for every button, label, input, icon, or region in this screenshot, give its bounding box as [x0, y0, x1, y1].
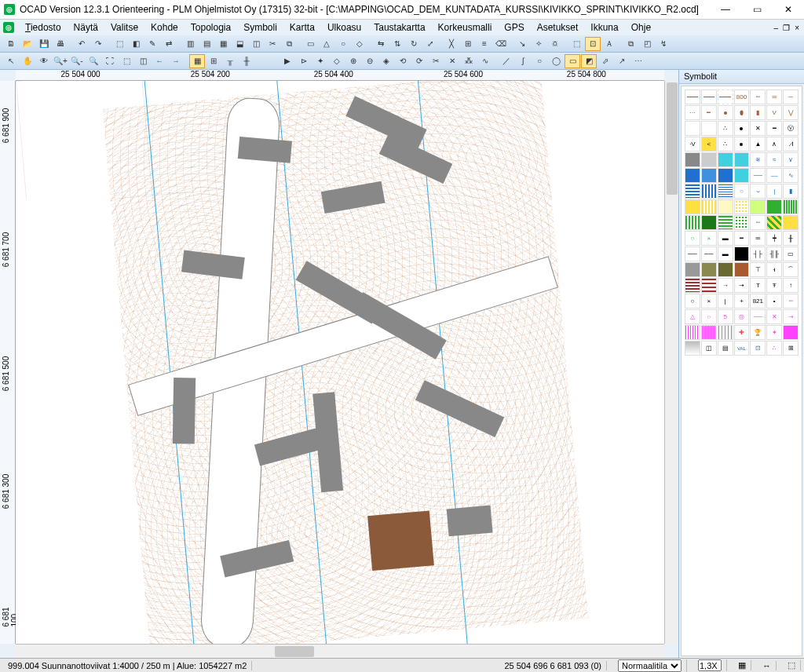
- symbol-item[interactable]: [750, 199, 766, 214]
- tool-icon[interactable]: ↘: [514, 37, 530, 51]
- symbol-item[interactable]: ═: [766, 89, 782, 104]
- zoom-sel-icon[interactable]: ⬚: [119, 54, 134, 68]
- edit-point-icon[interactable]: ✦: [312, 54, 328, 68]
- tool-icon[interactable]: ⟲: [395, 54, 411, 68]
- symbol-item[interactable]: ═: [750, 231, 766, 246]
- tool-icon[interactable]: ╳: [444, 37, 459, 51]
- tool-icon[interactable]: ↗: [614, 54, 630, 68]
- symbol-item[interactable]: Ⓥ: [783, 121, 799, 136]
- symbol-item[interactable]: [718, 262, 733, 277]
- symbol-item[interactable]: ⬮: [734, 105, 750, 120]
- symbol-item[interactable]: ▤: [718, 341, 733, 356]
- scrollbar-vertical[interactable]: [664, 81, 678, 644]
- menu-tiedosto[interactable]: Tiedosto: [19, 20, 68, 35]
- tool-icon[interactable]: ⟳: [411, 54, 427, 68]
- symbol-item[interactable]: ∴: [718, 121, 733, 136]
- symbol-item[interactable]: [783, 325, 799, 340]
- tool-icon[interactable]: ◈: [378, 54, 394, 68]
- symbol-item[interactable]: ┤├: [750, 247, 766, 261]
- menu-kartta[interactable]: Kartta: [283, 20, 321, 35]
- menu-ulkoasu[interactable]: Ulkoasu: [321, 20, 367, 35]
- tool-icon[interactable]: ⊕: [345, 54, 361, 68]
- tool-icon[interactable]: Ａ: [601, 37, 617, 51]
- symbol-item[interactable]: ┿: [766, 231, 782, 246]
- symbol-item[interactable]: [685, 184, 700, 199]
- tool-icon[interactable]: ⁂: [461, 54, 477, 68]
- menu-gps[interactable]: GPS: [498, 20, 530, 35]
- symbol-item[interactable]: [701, 278, 717, 293]
- redo-icon[interactable]: ↷: [90, 37, 106, 51]
- symbol-item[interactable]: [685, 168, 700, 183]
- symbol-item[interactable]: Ŧ: [766, 278, 782, 293]
- symbol-item[interactable]: •: [766, 294, 782, 309]
- symbol-item[interactable]: [701, 215, 717, 230]
- tool-icon[interactable]: ✎: [144, 37, 160, 51]
- tool-icon[interactable]: ⬀: [598, 54, 613, 68]
- symbol-item[interactable]: ⛬: [766, 341, 782, 356]
- symbol-item[interactable]: |: [766, 184, 782, 199]
- mdi-close-button[interactable]: ×: [793, 24, 801, 32]
- tool-icon[interactable]: ▭: [302, 37, 318, 51]
- zoom-out-icon[interactable]: 🔍-: [69, 54, 85, 68]
- draw-line-icon[interactable]: ／: [499, 54, 514, 68]
- symbol-item[interactable]: ➝: [734, 278, 750, 293]
- symbol-item[interactable]: ↑: [783, 278, 799, 293]
- symbol-item[interactable]: [685, 199, 700, 214]
- zoom-input[interactable]: [698, 659, 722, 671]
- symbol-item[interactable]: [701, 184, 717, 199]
- symbol-item[interactable]: [718, 89, 733, 104]
- tool-icon[interactable]: ✂: [265, 37, 280, 51]
- symbol-item[interactable]: [685, 215, 700, 230]
- symbol-item[interactable]: [685, 121, 700, 136]
- symbol-item[interactable]: V: [766, 105, 782, 120]
- tool-icon[interactable]: ⌫: [493, 37, 509, 51]
- symbol-item[interactable]: [734, 199, 750, 214]
- tool-icon[interactable]: ⧉: [281, 37, 297, 51]
- tool-icon[interactable]: ◰: [639, 37, 655, 51]
- tool-icon[interactable]: ↯: [656, 37, 671, 51]
- symbol-item[interactable]: ∴: [718, 137, 733, 152]
- symbol-item[interactable]: [766, 215, 782, 230]
- symbol-item[interactable]: [718, 168, 733, 183]
- menu-kohde[interactable]: Kohde: [144, 20, 185, 35]
- symbol-item[interactable]: ◫: [701, 341, 717, 356]
- symbol-item[interactable]: ⋯: [685, 105, 700, 120]
- symbol-item[interactable]: [701, 325, 717, 340]
- tool-icon[interactable]: ▥: [182, 37, 198, 51]
- select-tool-icon[interactable]: ▶: [280, 54, 295, 68]
- scrollbar-thumb[interactable]: [667, 82, 678, 195]
- symbol-item[interactable]: ▬: [718, 247, 733, 261]
- symbol-item[interactable]: ╫: [783, 231, 799, 246]
- symbol-item[interactable]: ──: [750, 168, 766, 183]
- symbol-item[interactable]: ○: [685, 231, 700, 246]
- symbol-item[interactable]: 800: [734, 89, 750, 104]
- symbol-item[interactable]: ─: [783, 89, 799, 104]
- mode-select[interactable]: Normaalitila: [618, 659, 682, 672]
- new-file-icon[interactable]: 🗎: [3, 37, 19, 51]
- menu-topologia[interactable]: Topologia: [185, 20, 237, 35]
- symbol-item[interactable]: [734, 152, 750, 167]
- symbol-item[interactable]: ━: [701, 105, 717, 120]
- tool-icon[interactable]: ⛭: [547, 37, 563, 51]
- symbol-item[interactable]: ○: [734, 184, 750, 199]
- tool-icon[interactable]: ╥: [222, 54, 238, 68]
- symbol-item[interactable]: ∨: [783, 152, 799, 167]
- symbol-item[interactable]: ┉: [750, 215, 766, 230]
- tool-icon[interactable]: ╫: [239, 54, 254, 68]
- symbol-item[interactable]: VAL: [734, 341, 750, 356]
- symbol-item[interactable]: [734, 137, 750, 152]
- symbol-item[interactable]: [734, 121, 750, 136]
- symbol-item[interactable]: [766, 199, 782, 214]
- symbol-item[interactable]: →: [718, 278, 733, 293]
- symbol-item[interactable]: +: [734, 294, 750, 309]
- draw-curve-icon[interactable]: ∫: [515, 54, 531, 68]
- symbol-item[interactable]: [718, 184, 733, 199]
- symbol-item[interactable]: 🏆: [750, 325, 766, 340]
- symbol-item[interactable]: ⩘: [783, 137, 799, 152]
- symbol-item[interactable]: <: [701, 137, 717, 152]
- symbol-item[interactable]: ━: [766, 121, 782, 136]
- symbol-item[interactable]: ○: [701, 309, 717, 324]
- tool-icon[interactable]: ⋯: [630, 54, 646, 68]
- symbol-item[interactable]: [685, 341, 700, 356]
- tool-icon[interactable]: ⊞: [460, 37, 476, 51]
